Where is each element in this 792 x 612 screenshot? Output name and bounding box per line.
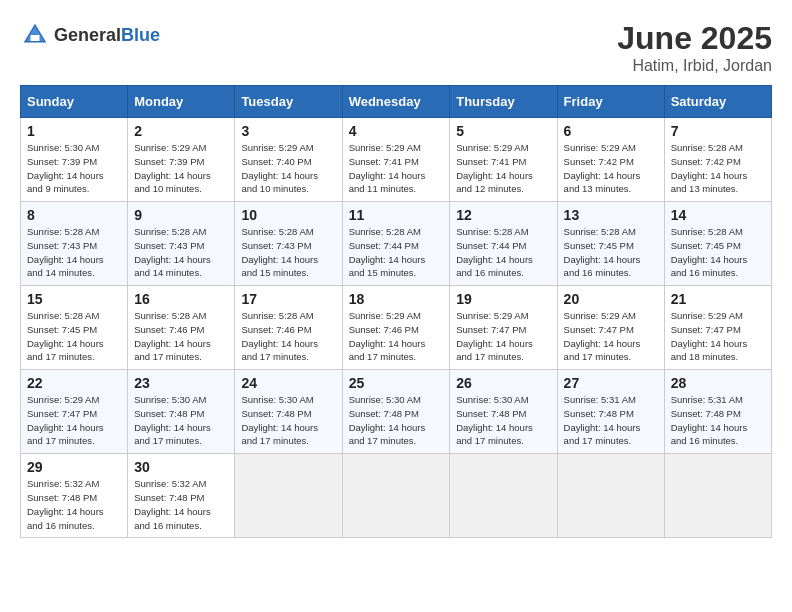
calendar-cell: 17 Sunrise: 5:28 AM Sunset: 7:46 PM Dayl… (235, 286, 342, 370)
calendar-cell: 5 Sunrise: 5:29 AM Sunset: 7:41 PM Dayli… (450, 118, 557, 202)
calendar-cell: 30 Sunrise: 5:32 AM Sunset: 7:48 PM Dayl… (128, 454, 235, 538)
calendar-cell (235, 454, 342, 538)
calendar-cell: 19 Sunrise: 5:29 AM Sunset: 7:47 PM Dayl… (450, 286, 557, 370)
day-number: 6 (564, 123, 658, 139)
cell-info: Sunrise: 5:30 AM Sunset: 7:48 PM Dayligh… (134, 393, 228, 448)
day-number: 29 (27, 459, 121, 475)
calendar-week-row: 29 Sunrise: 5:32 AM Sunset: 7:48 PM Dayl… (21, 454, 772, 538)
day-number: 22 (27, 375, 121, 391)
weekday-header-wednesday: Wednesday (342, 86, 450, 118)
cell-info: Sunrise: 5:28 AM Sunset: 7:45 PM Dayligh… (671, 225, 765, 280)
calendar-week-row: 22 Sunrise: 5:29 AM Sunset: 7:47 PM Dayl… (21, 370, 772, 454)
calendar-cell: 8 Sunrise: 5:28 AM Sunset: 7:43 PM Dayli… (21, 202, 128, 286)
calendar-cell: 18 Sunrise: 5:29 AM Sunset: 7:46 PM Dayl… (342, 286, 450, 370)
day-number: 4 (349, 123, 444, 139)
calendar-cell: 9 Sunrise: 5:28 AM Sunset: 7:43 PM Dayli… (128, 202, 235, 286)
calendar-week-row: 1 Sunrise: 5:30 AM Sunset: 7:39 PM Dayli… (21, 118, 772, 202)
calendar-cell: 4 Sunrise: 5:29 AM Sunset: 7:41 PM Dayli… (342, 118, 450, 202)
day-number: 15 (27, 291, 121, 307)
cell-info: Sunrise: 5:28 AM Sunset: 7:44 PM Dayligh… (456, 225, 550, 280)
day-number: 18 (349, 291, 444, 307)
logo-text-general: General (54, 25, 121, 45)
day-number: 13 (564, 207, 658, 223)
logo-icon (20, 20, 50, 50)
calendar-cell: 26 Sunrise: 5:30 AM Sunset: 7:48 PM Dayl… (450, 370, 557, 454)
page-header: GeneralBlue June 2025 Hatim, Irbid, Jord… (20, 20, 772, 75)
calendar-week-row: 8 Sunrise: 5:28 AM Sunset: 7:43 PM Dayli… (21, 202, 772, 286)
cell-info: Sunrise: 5:30 AM Sunset: 7:48 PM Dayligh… (456, 393, 550, 448)
title-area: June 2025 Hatim, Irbid, Jordan (617, 20, 772, 75)
cell-info: Sunrise: 5:29 AM Sunset: 7:47 PM Dayligh… (27, 393, 121, 448)
cell-info: Sunrise: 5:28 AM Sunset: 7:42 PM Dayligh… (671, 141, 765, 196)
cell-info: Sunrise: 5:31 AM Sunset: 7:48 PM Dayligh… (671, 393, 765, 448)
day-number: 11 (349, 207, 444, 223)
cell-info: Sunrise: 5:28 AM Sunset: 7:45 PM Dayligh… (564, 225, 658, 280)
cell-info: Sunrise: 5:28 AM Sunset: 7:44 PM Dayligh… (349, 225, 444, 280)
day-number: 27 (564, 375, 658, 391)
day-number: 16 (134, 291, 228, 307)
cell-info: Sunrise: 5:29 AM Sunset: 7:39 PM Dayligh… (134, 141, 228, 196)
calendar-header-row: SundayMondayTuesdayWednesdayThursdayFrid… (21, 86, 772, 118)
day-number: 19 (456, 291, 550, 307)
day-number: 3 (241, 123, 335, 139)
calendar-cell (557, 454, 664, 538)
svg-rect-2 (31, 35, 40, 41)
calendar-cell: 10 Sunrise: 5:28 AM Sunset: 7:43 PM Dayl… (235, 202, 342, 286)
cell-info: Sunrise: 5:29 AM Sunset: 7:47 PM Dayligh… (456, 309, 550, 364)
day-number: 23 (134, 375, 228, 391)
month-title: June 2025 (617, 20, 772, 57)
calendar-cell: 20 Sunrise: 5:29 AM Sunset: 7:47 PM Dayl… (557, 286, 664, 370)
calendar-cell: 16 Sunrise: 5:28 AM Sunset: 7:46 PM Dayl… (128, 286, 235, 370)
cell-info: Sunrise: 5:30 AM Sunset: 7:39 PM Dayligh… (27, 141, 121, 196)
calendar-cell: 6 Sunrise: 5:29 AM Sunset: 7:42 PM Dayli… (557, 118, 664, 202)
cell-info: Sunrise: 5:29 AM Sunset: 7:41 PM Dayligh… (349, 141, 444, 196)
day-number: 24 (241, 375, 335, 391)
cell-info: Sunrise: 5:32 AM Sunset: 7:48 PM Dayligh… (27, 477, 121, 532)
calendar-cell: 28 Sunrise: 5:31 AM Sunset: 7:48 PM Dayl… (664, 370, 771, 454)
weekday-header-sunday: Sunday (21, 86, 128, 118)
day-number: 8 (27, 207, 121, 223)
calendar-cell: 22 Sunrise: 5:29 AM Sunset: 7:47 PM Dayl… (21, 370, 128, 454)
day-number: 9 (134, 207, 228, 223)
day-number: 30 (134, 459, 228, 475)
calendar-cell: 7 Sunrise: 5:28 AM Sunset: 7:42 PM Dayli… (664, 118, 771, 202)
calendar-cell: 23 Sunrise: 5:30 AM Sunset: 7:48 PM Dayl… (128, 370, 235, 454)
day-number: 5 (456, 123, 550, 139)
location-title: Hatim, Irbid, Jordan (617, 57, 772, 75)
calendar-cell: 29 Sunrise: 5:32 AM Sunset: 7:48 PM Dayl… (21, 454, 128, 538)
calendar-week-row: 15 Sunrise: 5:28 AM Sunset: 7:45 PM Dayl… (21, 286, 772, 370)
calendar-cell: 12 Sunrise: 5:28 AM Sunset: 7:44 PM Dayl… (450, 202, 557, 286)
cell-info: Sunrise: 5:29 AM Sunset: 7:47 PM Dayligh… (564, 309, 658, 364)
day-number: 14 (671, 207, 765, 223)
cell-info: Sunrise: 5:29 AM Sunset: 7:47 PM Dayligh… (671, 309, 765, 364)
calendar-table: SundayMondayTuesdayWednesdayThursdayFrid… (20, 85, 772, 538)
weekday-header-saturday: Saturday (664, 86, 771, 118)
cell-info: Sunrise: 5:30 AM Sunset: 7:48 PM Dayligh… (241, 393, 335, 448)
calendar-cell: 27 Sunrise: 5:31 AM Sunset: 7:48 PM Dayl… (557, 370, 664, 454)
weekday-header-monday: Monday (128, 86, 235, 118)
day-number: 7 (671, 123, 765, 139)
cell-info: Sunrise: 5:29 AM Sunset: 7:46 PM Dayligh… (349, 309, 444, 364)
day-number: 25 (349, 375, 444, 391)
logo: GeneralBlue (20, 20, 160, 50)
calendar-cell (664, 454, 771, 538)
day-number: 21 (671, 291, 765, 307)
day-number: 2 (134, 123, 228, 139)
weekday-header-thursday: Thursday (450, 86, 557, 118)
cell-info: Sunrise: 5:31 AM Sunset: 7:48 PM Dayligh… (564, 393, 658, 448)
calendar-cell: 1 Sunrise: 5:30 AM Sunset: 7:39 PM Dayli… (21, 118, 128, 202)
cell-info: Sunrise: 5:32 AM Sunset: 7:48 PM Dayligh… (134, 477, 228, 532)
calendar-cell (450, 454, 557, 538)
calendar-cell: 13 Sunrise: 5:28 AM Sunset: 7:45 PM Dayl… (557, 202, 664, 286)
calendar-cell: 15 Sunrise: 5:28 AM Sunset: 7:45 PM Dayl… (21, 286, 128, 370)
cell-info: Sunrise: 5:28 AM Sunset: 7:46 PM Dayligh… (241, 309, 335, 364)
cell-info: Sunrise: 5:29 AM Sunset: 7:40 PM Dayligh… (241, 141, 335, 196)
weekday-header-friday: Friday (557, 86, 664, 118)
calendar-cell: 14 Sunrise: 5:28 AM Sunset: 7:45 PM Dayl… (664, 202, 771, 286)
calendar-cell: 25 Sunrise: 5:30 AM Sunset: 7:48 PM Dayl… (342, 370, 450, 454)
day-number: 20 (564, 291, 658, 307)
day-number: 28 (671, 375, 765, 391)
day-number: 1 (27, 123, 121, 139)
weekday-header-tuesday: Tuesday (235, 86, 342, 118)
calendar-cell: 3 Sunrise: 5:29 AM Sunset: 7:40 PM Dayli… (235, 118, 342, 202)
